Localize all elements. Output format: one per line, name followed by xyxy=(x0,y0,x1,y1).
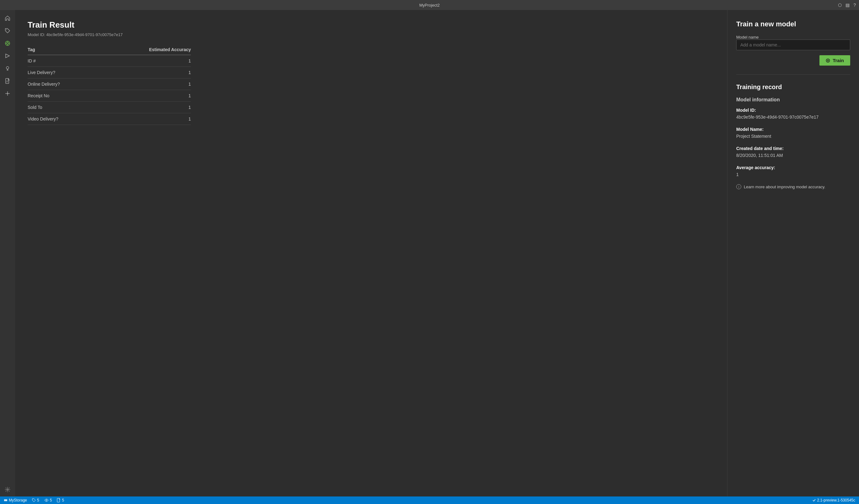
table-cell-accuracy: 1 xyxy=(99,55,191,67)
statusbar-storage-label: MyStorage xyxy=(9,498,27,502)
help-icon[interactable]: ? xyxy=(853,2,856,7)
svg-point-7 xyxy=(6,66,9,69)
sidebar-item-connections[interactable] xyxy=(2,88,13,99)
table-cell-accuracy: 1 xyxy=(99,78,191,90)
table-cell-tag: ID # xyxy=(28,55,99,67)
table-cell-tag: Video Delivery? xyxy=(28,113,99,125)
table-cell-accuracy: 1 xyxy=(99,113,191,125)
train-button-row: Train xyxy=(736,55,850,65)
train-button-icon xyxy=(826,58,830,63)
learn-more-row: i Learn more about improving model accur… xyxy=(736,184,850,189)
sidebar-item-run[interactable] xyxy=(2,50,13,62)
table-cell-accuracy: 1 xyxy=(99,67,191,78)
titlebar: MyProject2 ⬡ ▤ ? xyxy=(0,0,859,10)
statusbar-version-text: 2.1-preview.1-530545c xyxy=(817,498,855,502)
svg-point-0 xyxy=(6,30,7,30)
avg-accuracy-label: Average accuracy: xyxy=(736,165,850,170)
section-divider xyxy=(736,74,850,75)
info-circle-icon: i xyxy=(736,184,741,189)
statusbar-storage: MyStorage xyxy=(4,498,27,502)
created-date-section: Created date and time: 8/20/2020, 11:51:… xyxy=(736,146,850,159)
main-panel: Train Result Model ID: 4bc9e5fe-953e-49d… xyxy=(15,10,727,497)
model-id-section: Model ID: 4bc9e5fe-953e-49d4-9701-97c007… xyxy=(736,108,850,121)
model-name-info-label: Model Name: xyxy=(736,127,850,132)
sidebar-item-active-learning[interactable] xyxy=(2,63,13,74)
sidebar-item-train[interactable] xyxy=(2,38,13,49)
train-button[interactable]: Train xyxy=(819,55,850,65)
statusbar-eye: 5 xyxy=(44,498,52,502)
statusbar-eye-count: 5 xyxy=(50,498,52,502)
table-cell-tag: Sold To xyxy=(28,102,99,113)
table-cell-tag: Live Delivery? xyxy=(28,67,99,78)
doc-icon xyxy=(57,498,61,502)
app-body: Train Result Model ID: 4bc9e5fe-953e-49d… xyxy=(0,10,859,497)
model-name-input[interactable] xyxy=(736,40,850,50)
created-label: Created date and time: xyxy=(736,146,850,151)
titlebar-actions: ⬡ ▤ ? xyxy=(838,2,856,7)
layout-icon[interactable]: ▤ xyxy=(845,2,849,7)
version-icon xyxy=(812,498,816,502)
table-cell-accuracy: 1 xyxy=(99,90,191,102)
table-header-row: Tag Estimated Accuracy xyxy=(28,45,191,55)
col-header-accuracy: Estimated Accuracy xyxy=(99,45,191,55)
svg-point-20 xyxy=(827,60,829,61)
table-row: Online Delivery?1 xyxy=(28,78,191,90)
model-id-label: Model ID: xyxy=(736,108,850,113)
table-cell-tag: Receipt No xyxy=(28,90,99,102)
table-row: Sold To1 xyxy=(28,102,191,113)
statusbar-doc-count: 5 xyxy=(62,498,64,502)
right-panel: Train a new model Model name Train Train… xyxy=(727,10,859,497)
table-cell-tag: Online Delivery? xyxy=(28,78,99,90)
model-id-value: 4bc9e5fe-953e-49d4-9701-97c0075e7e17 xyxy=(736,114,850,121)
model-id-text: Model ID: 4bc9e5fe-953e-49d4-9701-97c007… xyxy=(28,32,714,37)
page-title: Train Result xyxy=(28,20,714,30)
sidebar-item-settings[interactable] xyxy=(2,485,13,497)
table-cell-accuracy: 1 xyxy=(99,102,191,113)
titlebar-title: MyProject2 xyxy=(419,3,439,7)
svg-point-13 xyxy=(7,93,8,94)
storage-icon xyxy=(4,498,7,502)
model-name-info-value: Project Statement xyxy=(736,133,850,140)
svg-point-21 xyxy=(46,500,47,501)
table-row: Receipt No1 xyxy=(28,90,191,102)
learn-more-text[interactable]: Learn more about improving model accurac… xyxy=(744,185,825,189)
created-value: 8/20/2020, 11:51:01 AM xyxy=(736,152,850,159)
statusbar: MyStorage 5 5 5 2.1-preview.1-530545c xyxy=(0,497,859,504)
avg-accuracy-section: Average accuracy: 1 xyxy=(736,165,850,178)
tag-count-icon xyxy=(32,498,36,502)
col-header-tag: Tag xyxy=(28,45,99,55)
table-row: Live Delivery?1 xyxy=(28,67,191,78)
training-record-title: Training record xyxy=(736,83,850,91)
model-name-label: Model name xyxy=(736,35,759,40)
sidebar-item-home[interactable] xyxy=(2,13,13,24)
sidebar xyxy=(0,10,15,497)
svg-point-19 xyxy=(826,59,830,62)
sidebar-item-tag[interactable] xyxy=(2,25,13,36)
share-icon[interactable]: ⬡ xyxy=(838,2,842,7)
statusbar-tags: 5 xyxy=(32,498,39,502)
table-row: ID #1 xyxy=(28,55,191,67)
svg-point-2 xyxy=(6,42,9,44)
model-info-header: Model information xyxy=(736,97,850,103)
statusbar-version: 2.1-preview.1-530545c xyxy=(812,498,855,502)
eye-icon xyxy=(44,499,49,502)
results-table: Tag Estimated Accuracy ID #1Live Deliver… xyxy=(28,45,191,125)
svg-point-18 xyxy=(7,489,9,490)
avg-accuracy-value: 1 xyxy=(736,171,850,178)
content-area: Train Result Model ID: 4bc9e5fe-953e-49d… xyxy=(15,10,859,497)
model-name-section: Model Name: Project Statement xyxy=(736,127,850,140)
table-row: Video Delivery?1 xyxy=(28,113,191,125)
statusbar-tag-count: 5 xyxy=(37,498,39,502)
statusbar-docs: 5 xyxy=(57,498,64,502)
sidebar-item-document[interactable] xyxy=(2,75,13,87)
new-model-title: Train a new model xyxy=(736,20,850,28)
